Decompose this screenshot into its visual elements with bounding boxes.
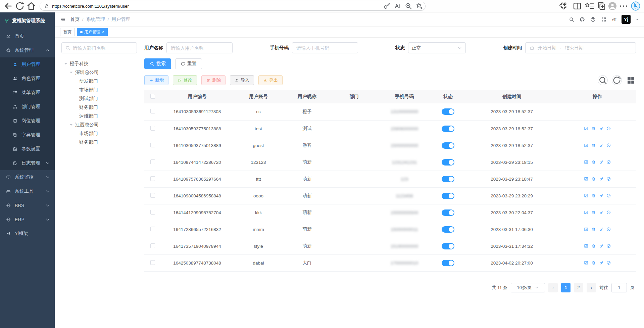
- tab-用户管理[interactable]: 用户管理×: [77, 28, 108, 36]
- row-checkbox[interactable]: [150, 159, 155, 164]
- add-button[interactable]: 新增: [144, 75, 168, 85]
- export-button[interactable]: 导出: [258, 75, 283, 85]
- search-icon[interactable]: [569, 17, 574, 22]
- status-toggle[interactable]: [442, 243, 454, 249]
- row-checkbox[interactable]: [150, 227, 155, 231]
- tree-node[interactable]: 橙子科技: [61, 59, 137, 68]
- github-icon[interactable]: [580, 17, 585, 22]
- row-delete-icon-icon[interactable]: [591, 177, 596, 181]
- tree-node[interactable]: 财务部门: [61, 103, 137, 112]
- favorites-bar-icon[interactable]: [584, 1, 594, 11]
- extensions-icon[interactable]: [558, 1, 568, 11]
- zoom-out-icon[interactable]: [404, 2, 412, 10]
- split-screen-icon[interactable]: [572, 1, 582, 11]
- next-page-button[interactable]: ›: [587, 283, 596, 292]
- sidebar-item-dict[interactable]: 字典管理: [0, 128, 55, 142]
- row-checkbox[interactable]: [150, 126, 155, 131]
- row-assign-icon-icon[interactable]: [606, 261, 611, 265]
- row-reset-password-icon-icon[interactable]: [599, 160, 604, 165]
- row-delete-icon-icon[interactable]: [591, 126, 596, 131]
- import-button[interactable]: 导入: [230, 75, 254, 85]
- browser-back-button[interactable]: [3, 1, 13, 11]
- tree-node[interactable]: 研发部门: [61, 77, 137, 86]
- row-edit-icon-icon[interactable]: [584, 261, 589, 265]
- row-edit-icon-icon[interactable]: [584, 177, 589, 181]
- tab-首页[interactable]: 首页: [60, 28, 75, 36]
- row-delete-icon-icon[interactable]: [591, 210, 596, 215]
- sidebar-item-user[interactable]: 用户管理: [0, 57, 55, 72]
- prev-page-button[interactable]: ‹: [548, 283, 558, 292]
- row-reset-password-icon-icon[interactable]: [599, 177, 604, 181]
- row-assign-icon-icon[interactable]: [606, 244, 611, 248]
- row-checkbox[interactable]: [150, 260, 155, 265]
- row-assign-icon-icon[interactable]: [606, 143, 611, 148]
- user-avatar[interactable]: Yj: [622, 15, 631, 24]
- app-logo[interactable]: 意框架管理系统: [0, 12, 55, 29]
- row-edit-icon-icon[interactable]: [584, 244, 589, 248]
- row-reset-password-icon-icon[interactable]: [599, 193, 604, 198]
- row-delete-icon-icon[interactable]: [591, 244, 596, 248]
- row-assign-icon-icon[interactable]: [606, 193, 611, 198]
- row-delete-icon-icon[interactable]: [591, 160, 596, 165]
- row-reset-password-icon-icon[interactable]: [599, 210, 604, 215]
- page-button-2[interactable]: 2: [574, 283, 583, 292]
- page-button-1[interactable]: 1: [561, 283, 571, 292]
- sidebar-item-monitor[interactable]: 系统监控: [0, 170, 55, 184]
- edit-button[interactable]: 修改: [173, 75, 197, 85]
- sidebar-item-bbs[interactable]: BBS: [0, 198, 55, 213]
- sidebar-item-role[interactable]: 角色管理: [0, 72, 55, 86]
- row-reset-password-icon-icon[interactable]: [599, 261, 604, 265]
- sidebar-item-home[interactable]: 首页: [0, 29, 55, 43]
- tree-node[interactable]: 深圳总公司: [61, 68, 137, 77]
- sidebar-item-params[interactable]: 参数设置: [0, 142, 55, 156]
- row-checkbox[interactable]: [150, 243, 155, 248]
- breadcrumb-item[interactable]: 系统管理: [86, 16, 105, 22]
- tree-node[interactable]: 江西总公司: [61, 121, 137, 129]
- browser-home-button[interactable]: [26, 1, 36, 11]
- sidebar-item-logs[interactable]: 日志管理: [0, 156, 55, 170]
- sidebar-item-erp[interactable]: ERP: [0, 213, 55, 227]
- search-button[interactable]: 搜索: [144, 58, 171, 69]
- row-delete-icon-icon[interactable]: [591, 193, 596, 198]
- row-edit-icon-icon[interactable]: [584, 210, 589, 215]
- row-edit-icon-icon[interactable]: [584, 143, 589, 148]
- page-size-select[interactable]: 10条/页: [511, 283, 545, 292]
- date-range-picker[interactable]: 开始日期 - 结束日期: [525, 42, 636, 53]
- reset-button[interactable]: 重置: [175, 58, 202, 69]
- row-checkbox[interactable]: [150, 193, 155, 198]
- browser-profile-avatar[interactable]: [608, 2, 616, 10]
- sidebar-item-menu[interactable]: 菜单管理: [0, 86, 55, 100]
- row-checkbox[interactable]: [150, 210, 155, 215]
- row-assign-icon-icon[interactable]: [606, 227, 611, 232]
- row-reset-password-icon-icon[interactable]: [599, 227, 604, 232]
- row-assign-icon-icon[interactable]: [606, 126, 611, 131]
- status-toggle[interactable]: [442, 108, 454, 115]
- table-search-button[interactable]: [598, 75, 608, 85]
- row-edit-icon-icon[interactable]: [584, 126, 589, 131]
- status-toggle[interactable]: [442, 260, 454, 266]
- row-checkbox[interactable]: [150, 176, 155, 181]
- sidebar-item-tools[interactable]: 系统工具: [0, 184, 55, 198]
- browser-menu-icon[interactable]: [618, 1, 629, 11]
- help-icon[interactable]: [590, 17, 596, 22]
- row-checkbox[interactable]: [150, 109, 155, 113]
- select-all-checkbox[interactable]: [150, 94, 155, 99]
- font-size-icon[interactable]: тT: [612, 16, 616, 22]
- breadcrumb-item[interactable]: 首页: [70, 16, 80, 22]
- tree-node[interactable]: 市场部门: [61, 86, 137, 94]
- tree-node[interactable]: 运维部门: [61, 112, 137, 121]
- status-toggle[interactable]: [442, 209, 454, 216]
- status-select[interactable]: 正常: [408, 42, 466, 53]
- row-assign-icon-icon[interactable]: [606, 160, 611, 165]
- password-key-icon[interactable]: [383, 2, 391, 10]
- department-search-input[interactable]: [73, 45, 133, 51]
- breadcrumb-item[interactable]: 用户管理: [111, 16, 130, 22]
- phone-input[interactable]: [292, 42, 358, 53]
- sidebar-item-system[interactable]: 系统管理: [0, 43, 55, 57]
- row-delete-icon-icon[interactable]: [591, 261, 596, 265]
- table-refresh-button[interactable]: [612, 75, 622, 85]
- collections-icon[interactable]: [596, 1, 606, 11]
- read-aloud-icon[interactable]: [394, 2, 402, 10]
- status-toggle[interactable]: [442, 159, 454, 166]
- department-search[interactable]: [61, 42, 137, 53]
